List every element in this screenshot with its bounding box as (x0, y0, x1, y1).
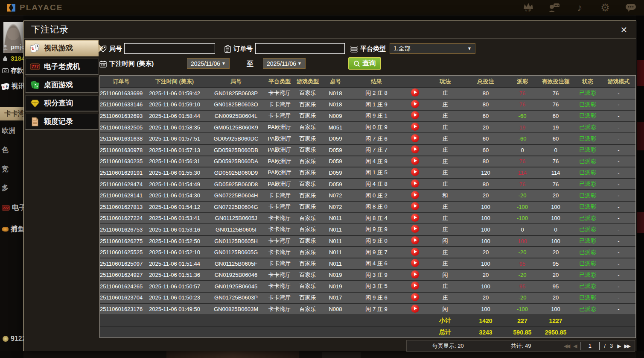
play-video-icon[interactable] (411, 134, 419, 142)
cell-order: 251106016309780 (100, 147, 143, 153)
play-video-icon[interactable] (411, 111, 419, 119)
lobby-tab-kakawan-active[interactable]: 卡卡湾 (0, 107, 23, 120)
customer-service-icon[interactable] (547, 1, 561, 14)
cell-bet-on: 庄 (426, 135, 464, 143)
column-header: 派彩 (507, 78, 538, 85)
menu-item-quota-records[interactable]: 额度记录 (25, 114, 99, 130)
cell-order: 251106016272246 (100, 215, 143, 221)
bet-records-dialog: 下注记录 ✕ 9 K 视讯游戏 777 电子老虎机 (23, 21, 636, 351)
cell-payout: 19 (507, 124, 538, 131)
platform-type-label-group: 平台类型 (350, 45, 386, 53)
play-video-icon[interactable] (411, 305, 419, 313)
play-video-icon[interactable] (411, 293, 419, 301)
play-video-icon[interactable] (411, 157, 419, 165)
cell-valid-bet: 95 (538, 261, 574, 267)
round-number-input[interactable] (124, 43, 215, 54)
username: pmjo (11, 44, 23, 50)
next-page-icon[interactable]: ▶ (617, 343, 620, 349)
cell-mode: - (602, 113, 635, 119)
play-video-icon[interactable] (411, 145, 419, 153)
first-page-icon[interactable]: ◀◀ (564, 343, 569, 349)
date-from-value: 2025/11/06 (191, 60, 220, 67)
date-from-picker[interactable]: 2025/11/06 ▼ (187, 58, 230, 69)
play-video-icon[interactable] (411, 214, 419, 222)
play-video-icon[interactable] (411, 225, 419, 233)
cell-status: 已派彩 (574, 123, 602, 131)
bet-records-table: 订单号下注时间 (美东)局号平台类型游戏类型桌号结果玩法总投注派彩有效投注额状态… (99, 75, 636, 338)
cell-status: 已派彩 (574, 260, 602, 267)
menu-item-table-games[interactable]: 桌面游戏 (25, 77, 99, 93)
dialog-title: 下注记录 (24, 21, 636, 38)
lobby-bottom-edge-clipped (23, 351, 636, 358)
order-number-input[interactable] (255, 43, 345, 54)
close-icon[interactable]: ✕ (619, 25, 629, 35)
lobby-tab-video[interactable]: K9 视讯 (2, 82, 23, 91)
cell-valid-bet: 0 (538, 226, 574, 233)
cell-time: 2025-11-06 01:51:44 (143, 261, 207, 267)
menu-item-label: 积分查询 (44, 98, 73, 108)
cell-time: 2025-11-06 01:59:42 (143, 90, 207, 97)
lobby-tab-slots[interactable]: 777 电子 (2, 203, 23, 212)
date-to-picker[interactable]: 2025/11/06 ▼ (263, 58, 306, 69)
cell-round: GD05925B060DC (207, 135, 265, 142)
play-video-icon[interactable] (411, 202, 419, 210)
platform-type-select[interactable]: 1.全部 ▼ (390, 43, 475, 54)
document-icon (30, 117, 40, 127)
cell-bet-on: 庄 (426, 282, 464, 290)
cell-game: 百家乐 (294, 180, 322, 188)
cell-payout: -20 (507, 249, 538, 255)
cell-result: 闲 9 庄 6 (349, 294, 404, 302)
subtotal-row: 小计 1420 227 1227 (100, 314, 635, 326)
cell-time: 2025-11-06 01:54:30 (143, 192, 207, 199)
column-header: 订单号 (100, 78, 143, 85)
play-video-icon[interactable] (411, 282, 419, 290)
cell-table-no: D059 (322, 147, 349, 153)
lobby-tab-fishing[interactable]: 捕鱼 (2, 225, 23, 234)
last-page-icon[interactable]: ▶▶ (624, 343, 629, 349)
grand-total-label: 总计 (426, 329, 464, 336)
play-video-icon[interactable] (411, 88, 419, 97)
lobby-tab-europe[interactable]: 欧洲 (2, 126, 15, 135)
play-video-icon[interactable] (411, 236, 419, 244)
menu-item-points-query[interactable]: 积分查询 (25, 95, 99, 112)
page-separator: / (604, 343, 606, 349)
cell-status: 已派彩 (574, 192, 602, 200)
cell-time: 2025-11-06 01:57:51 (143, 135, 207, 142)
clipboard-icon (224, 45, 231, 53)
cell-table-no: D059 (322, 181, 349, 188)
cell-round: GN01125B0605J (207, 215, 265, 221)
tag-icon (99, 45, 107, 53)
cell-table-no: N008 (322, 306, 349, 312)
play-video-icon[interactable] (411, 191, 419, 199)
deposit-button[interactable]: 存款 (2, 67, 23, 75)
cell-round: GD05925B060D9 (207, 170, 265, 176)
cell-bet-on: 庄 (426, 101, 464, 109)
play-video-icon[interactable] (411, 123, 419, 131)
cell-time: 2025-11-06 01:52:10 (143, 249, 207, 255)
column-header: 玩法 (426, 78, 464, 85)
prev-page-icon[interactable]: ◀ (573, 343, 576, 349)
search-button[interactable]: 查询 (348, 57, 381, 70)
brand-logo: PLAYACE (6, 3, 63, 13)
vip-icon[interactable]: VIP (521, 1, 536, 14)
chat-bubble-icon[interactable] (624, 1, 638, 14)
music-icon[interactable]: ♪ (572, 1, 587, 14)
play-video-icon[interactable] (411, 179, 419, 188)
play-video-icon[interactable] (411, 168, 419, 176)
playing-cards-icon: K9 (2, 83, 9, 90)
cell-platform: 卡卡湾厅 (265, 192, 294, 200)
lobby-tab-duo[interactable]: 多 (2, 184, 9, 193)
cell-round: GN01825B0603O (207, 101, 265, 108)
page-number-input[interactable] (580, 342, 600, 350)
lobby-tab-jing[interactable]: 竞 (2, 165, 9, 174)
cell-round: GN00825B0603M (207, 306, 265, 312)
play-video-icon[interactable] (411, 248, 419, 256)
menu-item-slots[interactable]: 777 电子老虎机 (25, 59, 99, 75)
play-video-icon[interactable] (411, 259, 419, 267)
lobby-tab-se[interactable]: 色 (2, 146, 9, 155)
play-video-icon[interactable] (411, 100, 419, 108)
play-video-icon[interactable] (411, 270, 419, 279)
settings-gear-icon[interactable]: ⚙ (598, 1, 612, 14)
menu-item-live-games[interactable]: 9 K 视讯游戏 (25, 40, 99, 56)
cell-mode: - (602, 192, 635, 199)
